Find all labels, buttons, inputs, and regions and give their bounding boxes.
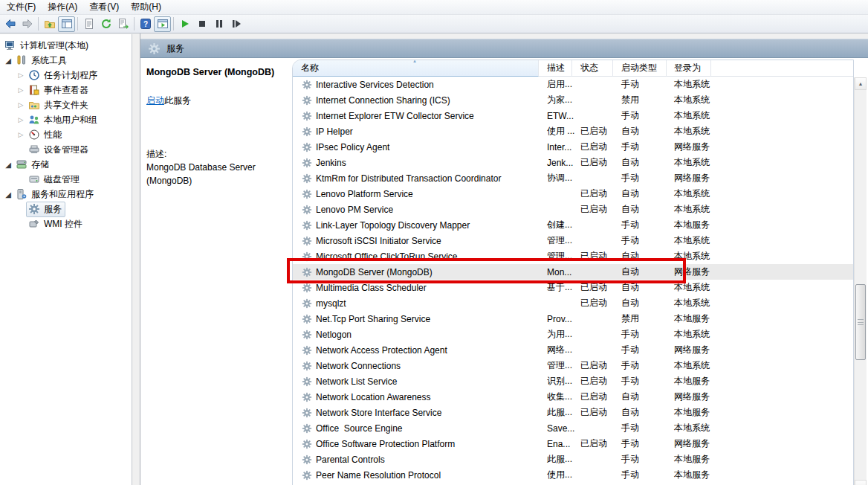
service-description: 使用...	[539, 469, 572, 481]
tree-item-inner[interactable]: 服务和应用程序	[13, 187, 97, 202]
scroll-thumb[interactable]	[855, 284, 866, 360]
table-row[interactable]: Link-Layer Topology Discovery Mapper创建..…	[293, 217, 853, 233]
table-row[interactable]: Lenovo PM Service已启动自动本地系统	[293, 202, 853, 217]
table-row[interactable]: Internet Explorer ETW Collector ServiceE…	[293, 108, 853, 123]
tree-item[interactable]: ▷共享文件夹	[0, 97, 132, 112]
column-header-name[interactable]: ▲ 名称	[293, 60, 539, 77]
table-row[interactable]: JenkinsJenk...已启动自动本地系统	[293, 155, 853, 170]
help-button[interactable]: ?	[137, 16, 154, 32]
expanded-triangle-icon[interactable]: ◢	[3, 190, 13, 199]
table-row[interactable]: IP Helper使用 ...已启动自动本地系统	[293, 123, 853, 139]
service-name: Office Software Protection Platform	[316, 439, 455, 449]
properties-button[interactable]	[80, 16, 97, 32]
stop-service-button[interactable]	[193, 16, 210, 32]
service-name-cell: Office Software Protection Platform	[293, 439, 539, 449]
column-header-startup-type[interactable]: 启动类型	[613, 60, 667, 77]
collapsed-triangle-icon[interactable]: ▷	[16, 131, 26, 138]
forward-icon	[22, 18, 33, 30]
table-row[interactable]: Network Location Awareness收集...已启动自动网络服务	[293, 389, 853, 405]
service-name-cell: Jenkins	[293, 158, 539, 168]
column-header-logon-as[interactable]: 登录为	[667, 60, 711, 77]
tree-item[interactable]: 服务	[0, 202, 132, 216]
tree-item-inner[interactable]: 性能	[26, 127, 65, 143]
table-row[interactable]: Network Access Protection Agent网络...手动网络…	[293, 342, 853, 358]
tree-item[interactable]: ▷事件查看器	[0, 83, 132, 97]
tree-item-inner[interactable]: 存储	[13, 157, 53, 173]
table-row[interactable]: IPsec Policy AgentInter...已启动手动网络服务	[293, 139, 853, 155]
column-header-status[interactable]: 状态	[572, 60, 613, 77]
tree-item-inner[interactable]: 磁盘管理	[26, 172, 83, 187]
table-row[interactable]: Office Software Protection PlatformEna..…	[293, 436, 853, 452]
table-row[interactable]: Network Store Interface Service此服...已启动自…	[293, 405, 853, 420]
vertical-scrollbar[interactable]: ▲ ▼	[854, 77, 867, 485]
table-row[interactable]: Parental Controls此服...手动本地服务	[293, 452, 853, 467]
tree-item[interactable]: ▷性能	[0, 127, 132, 142]
forward-button[interactable]	[19, 16, 36, 32]
expanded-triangle-icon[interactable]: ◢	[3, 57, 13, 65]
tree-item-inner[interactable]: 共享文件夹	[26, 97, 92, 113]
menu-item[interactable]: 操作(A)	[42, 0, 83, 16]
tree-item-inner[interactable]: 服务	[26, 202, 65, 217]
service-logon-as: 本地系统	[667, 328, 711, 341]
refresh-button[interactable]	[97, 16, 114, 32]
tree-item[interactable]: ◢服务和应用程序	[0, 187, 132, 202]
tree-item[interactable]: ◢系统工具	[0, 53, 132, 68]
table-row[interactable]: Netlogon为用...手动本地系统	[293, 327, 853, 342]
export-list-button[interactable]	[114, 16, 132, 32]
service-description: Inter...	[539, 142, 572, 152]
column-header-description[interactable]: 描述	[539, 60, 572, 77]
scroll-up-button[interactable]: ▲	[855, 77, 867, 90]
service-gear-icon	[302, 345, 312, 356]
console-tree-toggle-button[interactable]	[58, 16, 75, 32]
restart-service-button[interactable]	[227, 16, 244, 32]
table-row[interactable]: Network Connections管理...已启动手动本地系统	[293, 358, 853, 373]
table-row[interactable]: Microsoft iSCSI Initiator Service管理...手动…	[293, 233, 853, 248]
tree-item-label: 计算机管理(本地)	[20, 39, 88, 52]
tree-item-inner[interactable]: 设备管理器	[26, 142, 92, 158]
table-row[interactable]: Internet Connection Sharing (ICS)为家...禁用…	[293, 92, 853, 108]
table-row[interactable]: Net.Tcp Port Sharing ServiceProv...禁用本地服…	[293, 311, 853, 327]
expanded-triangle-icon[interactable]: ◢	[3, 161, 13, 169]
tree-item[interactable]: 磁盘管理	[0, 172, 132, 187]
table-row[interactable]: Interactive Services Detection启用...手动本地系…	[293, 77, 853, 92]
up-level-button[interactable]	[41, 16, 58, 32]
action-pane-toggle-button[interactable]	[154, 16, 171, 32]
tree-item-inner[interactable]: WMI 控件	[26, 216, 86, 232]
tree-item[interactable]: 计算机管理(本地)	[0, 38, 132, 53]
tree-item[interactable]: ▷本地用户和组	[0, 112, 132, 127]
table-row[interactable]: mysqlzt已启动自动本地系统	[293, 295, 853, 311]
tree-item-inner[interactable]: 任务计划程序	[26, 68, 101, 83]
table-row[interactable]: KtmRm for Distributed Transaction Coordi…	[293, 170, 853, 186]
tree-item[interactable]: ▷任务计划程序	[0, 68, 132, 83]
service-name-cell: Peer Name Resolution Protocol	[293, 470, 539, 481]
table-row[interactable]: Lenovo Platform Service已启动自动本地系统	[293, 186, 853, 202]
service-name: Jenkins	[316, 158, 346, 168]
tree-item-inner[interactable]: 本地用户和组	[26, 112, 101, 128]
scroll-down-button[interactable]: ▼	[855, 480, 867, 485]
service-logon-as: 本地系统	[667, 203, 711, 216]
tree-item-inner[interactable]: 计算机管理(本地)	[2, 38, 92, 54]
start-service-link[interactable]: 启动	[146, 95, 164, 106]
collapsed-triangle-icon[interactable]: ▷	[16, 71, 26, 79]
table-row[interactable]: Peer Name Resolution Protocol使用...手动本地服务	[293, 467, 853, 483]
table-row[interactable]: Office Source EngineSave...手动本地系统	[293, 420, 853, 436]
folder-up-icon	[44, 18, 56, 30]
back-button[interactable]	[1, 16, 19, 32]
menu-item[interactable]: 文件(F)	[1, 0, 42, 16]
service-startup-type: 手动	[613, 78, 667, 91]
tree-item[interactable]: WMI 控件	[0, 216, 132, 231]
tree-item[interactable]: ◢存储	[0, 157, 132, 172]
collapsed-triangle-icon[interactable]: ▷	[16, 86, 26, 94]
collapsed-triangle-icon[interactable]: ▷	[16, 116, 26, 123]
service-gear-icon	[302, 173, 312, 184]
collapsed-triangle-icon[interactable]: ▷	[16, 101, 26, 109]
table-row[interactable]: Network List Service识别...已启动手动本地服务	[293, 373, 853, 389]
start-service-button[interactable]	[176, 16, 193, 32]
pause-service-button[interactable]	[210, 16, 227, 32]
tree-item-label: 任务计划程序	[44, 69, 97, 82]
tree-item[interactable]: 设备管理器	[0, 142, 132, 157]
menu-item[interactable]: 帮助(H)	[125, 0, 167, 16]
menu-item[interactable]: 查看(V)	[83, 0, 125, 16]
tree-item-inner[interactable]: 系统工具	[13, 53, 71, 68]
tree-item-inner[interactable]: 事件查看器	[26, 83, 92, 98]
